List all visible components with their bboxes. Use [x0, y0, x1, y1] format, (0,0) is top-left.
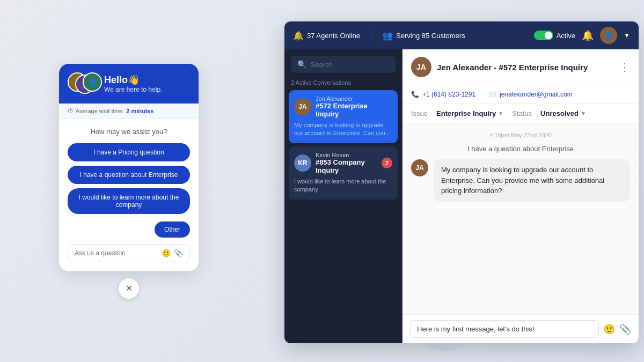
conv-preview-1: My company is looking to upgrade our acc… [294, 121, 392, 138]
conv-title-1: #572 Enterprise Inquiry [316, 102, 392, 118]
panel-avatar: JA [411, 57, 431, 77]
widget-question: How may we assist you? [68, 128, 190, 136]
conversation-list: JA Jen Alexander #572 Enterprise Inquiry… [284, 90, 402, 203]
search-icon: 🔍 [297, 60, 306, 69]
conversation-sidebar: 🔍 2 Active Conversations JA Jen Alexande… [284, 49, 402, 343]
issue-bar: Issue Enterprise Inquiry ▼ Status Unreso… [402, 104, 639, 123]
agents-label: 37 Agents Online [307, 32, 360, 40]
top-bar: 🔔 37 Agents Online 👥 Serving 85 Customer… [284, 21, 639, 49]
conversation-item-1[interactable]: JA Jen Alexander #572 Enterprise Inquiry… [289, 90, 398, 143]
wait-time-value: 2 minutes [126, 108, 153, 114]
issue-dropdown[interactable]: Enterprise Inquiry ▼ [436, 109, 503, 117]
conv-info-2: Kevin Rosen #853 Company Inquiry [316, 152, 377, 174]
issue-chevron-icon: ▼ [498, 110, 503, 116]
active-toggle[interactable]: Active [534, 31, 575, 40]
panel-attachment-icon: 📎 [619, 323, 631, 335]
issue-field-label: Issue [411, 109, 428, 117]
conv-top-1: JA Jen Alexander #572 Enterprise Inquiry [294, 95, 392, 118]
dropdown-chevron-icon[interactable]: ▼ [624, 32, 630, 39]
active-label: Active [557, 32, 575, 40]
phone-value: +1 (614) 823-1291 [422, 91, 475, 98]
toggle-knob [545, 32, 552, 39]
serving-label: Serving 85 Customers [396, 32, 465, 40]
message-row-1: JA My company is looking to upgrade our … [411, 159, 630, 202]
subtitle-text: We are here to help. [104, 86, 163, 93]
msg-avatar-initials: JA [415, 164, 423, 172]
phone-detail: 📞 +1 (614) 823-1291 [411, 91, 475, 98]
conv-avatar-2: KR [294, 154, 311, 172]
user-avatar[interactable]: 👤 [600, 27, 617, 44]
panel-input-area: 🙂 📎 [402, 314, 639, 343]
main-app: 🔔 37 Agents Online 👥 Serving 85 Customer… [284, 21, 639, 343]
conv-name-2: Kevin Rosen [316, 152, 377, 158]
topbar-divider [371, 30, 371, 41]
status-dropdown[interactable]: Unresolved ▼ [540, 109, 586, 117]
status-chevron-icon: ▼ [581, 110, 586, 116]
clock-icon: ⏱ [68, 108, 74, 114]
conv-avatar-initials-1: JA [298, 103, 306, 110]
chat-messages: 4:10pm May 22nd 2020 I have a question a… [402, 123, 639, 314]
contact-info: 📞 +1 (614) 823-1291 ✉️ jenalexander@gmai… [402, 85, 639, 104]
conv-avatar-initials-2: KR [298, 159, 307, 167]
chat-widget: 👤 👤 👤 Hello👋 We are here to help. ⏱ Aver… [59, 64, 199, 299]
panel-contact-name: Jen Alexander - #572 Enterprise Inquiry [437, 63, 588, 72]
conv-title-2: #853 Company Inquiry [316, 158, 377, 174]
chat-panel: JA Jen Alexander - #572 Enterprise Inqui… [402, 49, 639, 343]
message-bubble-1: My company is looking to upgrade our acc… [434, 159, 630, 202]
toggle-switch[interactable] [534, 31, 553, 40]
conv-preview-2: I would like to learn more about the com… [294, 178, 392, 194]
option-pricing[interactable]: I have a Pricing question [68, 143, 190, 161]
other-button[interactable]: Other [155, 221, 190, 238]
serving-stat: 👥 Serving 85 Customers [382, 31, 465, 41]
content-area: 🔍 2 Active Conversations JA Jen Alexande… [284, 49, 639, 343]
wait-time-bar: ⏱ Average wait time: 2 minutes [59, 104, 199, 119]
email-value: jenalexander@gmail.com [500, 91, 573, 98]
chat-panel-header: JA Jen Alexander - #572 Enterprise Inqui… [402, 49, 639, 85]
conversation-item-2[interactable]: KR Kevin Rosen #853 Company Inquiry 2 I … [289, 146, 398, 200]
widget-input-area: 🙂 📎 [68, 244, 190, 262]
attachment-icon: 📎 [174, 249, 183, 257]
emoji-icon: 🙂 [162, 249, 171, 257]
chat-options: I have a Pricing question I have a quest… [68, 143, 190, 214]
status-field-label: Status [512, 109, 532, 117]
option-company[interactable]: I would like to learn more about the com… [68, 188, 190, 214]
msg-avatar-1: JA [411, 159, 428, 176]
agents-stat: 🔔 37 Agents Online [293, 31, 360, 41]
header-avatars: 👤 👤 👤 [68, 72, 98, 95]
search-input[interactable] [311, 61, 401, 69]
panel-message-input[interactable] [410, 320, 599, 338]
topbar-right: Active 🔔 👤 ▼ [534, 27, 630, 44]
conv-top-2: KR Kevin Rosen #853 Company Inquiry 2 [294, 152, 392, 174]
bot-question: I have a question about Enterprise [411, 145, 630, 153]
bell-stat-icon: 🔔 [293, 31, 304, 41]
search-box[interactable]: 🔍 [291, 56, 396, 73]
conv-info-1: Jen Alexander #572 Enterprise Inquiry [316, 95, 392, 118]
panel-menu-button[interactable]: ⋮ [619, 61, 630, 73]
greeting-text: Hello👋 [104, 74, 163, 86]
conv-badge-2: 2 [382, 158, 392, 168]
option-enterprise[interactable]: I have a question about Enterprise [68, 166, 190, 184]
panel-avatar-initials: JA [416, 63, 426, 71]
conv-name-1: Jen Alexander [316, 95, 392, 102]
email-icon: ✉️ [488, 91, 496, 98]
email-detail: ✉️ jenalexander@gmail.com [488, 91, 573, 98]
avatar-3: 👤 [83, 72, 102, 92]
active-conversations-label: 2 Active Conversations [284, 79, 402, 90]
conv-avatar-1: JA [294, 98, 311, 115]
wait-label: Average wait time: [76, 108, 124, 114]
panel-emoji-icon: 🙂 [603, 323, 615, 335]
serving-icon: 👥 [382, 31, 393, 41]
widget-input[interactable] [75, 249, 157, 257]
chat-card: 👤 👤 👤 Hello👋 We are here to help. ⏱ Aver… [59, 64, 199, 271]
close-widget-button[interactable]: ✕ [119, 278, 139, 299]
chat-header-text: Hello👋 We are here to help. [104, 74, 163, 93]
message-timestamp: 4:10pm May 22nd 2020 [411, 132, 630, 138]
chat-header: 👤 👤 👤 Hello👋 We are here to help. [59, 64, 199, 104]
issue-value-text: Enterprise Inquiry [436, 109, 496, 117]
status-value-text: Unresolved [540, 109, 579, 117]
notification-bell-icon[interactable]: 🔔 [582, 29, 594, 41]
phone-icon: 📞 [411, 91, 419, 98]
chat-body: How may we assist you? I have a Pricing … [59, 119, 199, 271]
